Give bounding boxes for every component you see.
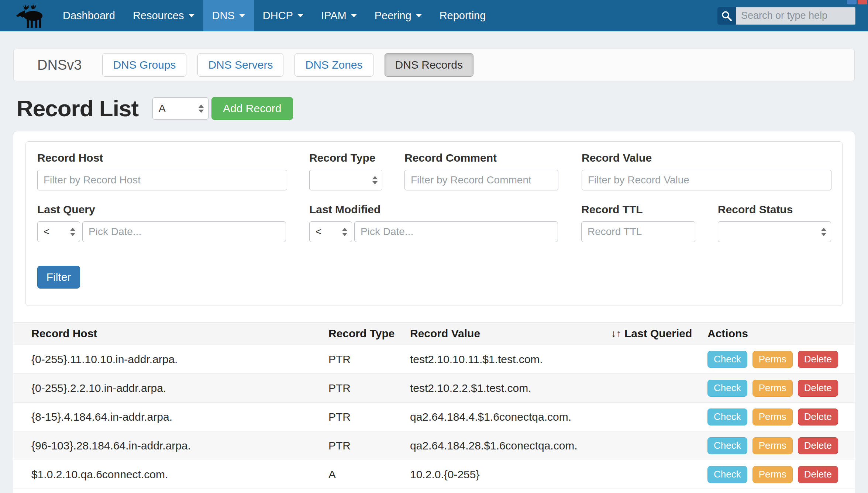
caret-down-icon [239,14,245,17]
record-type-label: Record Type [309,151,382,165]
filter-button[interactable]: Filter [37,266,80,289]
nav-item-peering[interactable]: Peering [366,0,431,31]
nav-item-dns[interactable]: DNS [203,0,254,31]
record-comment-label: Record Comment [404,151,558,165]
delete-button[interactable]: Delete [798,466,838,483]
tab-dns-groups[interactable]: DNS Groups [102,53,186,77]
nav-item-label: Dashboard [63,10,115,22]
nav-items: DashboardResourcesDNSDHCPIPAMPeeringRepo… [54,0,495,31]
select-stepper-icon [199,104,204,113]
perms-button[interactable]: Perms [752,380,793,397]
select-stepper-icon [372,176,378,185]
search-input[interactable] [736,7,855,25]
nav-item-label: Reporting [440,10,486,22]
record-list-header: Record List A Add Record [17,97,868,120]
record-type-select-value: A [159,103,166,114]
cell-record-type: PTR [328,353,410,366]
cell-record-host: {8-15}.4.184.64.in-addr.arpa. [13,411,328,423]
select-stepper-icon [342,228,347,236]
record-ttl-label: Record TTL [581,203,695,216]
cell-actions: CheckPermsDelete [707,466,855,483]
search-group [717,7,855,25]
check-button[interactable]: Check [707,466,747,483]
last-modified-operator-value: < [316,226,321,238]
tab-dns-zones[interactable]: DNS Zones [294,53,373,77]
cell-actions: CheckPermsDelete [707,408,855,425]
record-ttl-input[interactable] [581,221,695,242]
cell-record-host: {0-255}.11.10.10.in-addr.arpa. [13,353,328,366]
select-stepper-icon [70,228,75,236]
last-query-operator-select[interactable]: < [37,221,80,242]
table-row: {0-255}.2.2.10.in-addr.arpa.PTRtest2.10.… [13,374,855,403]
perms-button[interactable]: Perms [752,466,793,483]
caret-down-icon [297,14,303,17]
perms-button[interactable]: Perms [752,408,793,425]
cell-actions: CheckPermsDelete [707,380,855,397]
nav-item-label: IPAM [321,10,347,22]
cell-record-value: test2.10.2.2.$1.test.com. [410,382,611,394]
moose-logo-icon[interactable] [14,4,49,28]
last-query-operator-value: < [44,226,49,238]
tab-dns-servers[interactable]: DNS Servers [197,53,283,77]
table-row: {8-15}.4.184.64.in-addr.arpa.PTRqa2.64.1… [13,403,855,431]
check-button[interactable]: Check [707,408,747,425]
nav-item-reporting[interactable]: Reporting [431,0,495,31]
col-header-actions: Actions [707,327,855,340]
last-modified-label: Last Modified [309,203,558,216]
record-type-filter-select[interactable] [309,170,382,190]
record-host-filter-input[interactable] [37,170,287,190]
check-button[interactable]: Check [707,351,747,368]
records-card: Record Host Record Type Record Comment R… [13,131,855,493]
nav-item-resources[interactable]: Resources [124,0,203,31]
nav-item-label: Peering [375,10,411,22]
records-table: Record Host Record Type Record Value ↓↑ … [13,322,855,489]
table-header-row: Record Host Record Type Record Value ↓↑ … [13,322,855,345]
delete-button[interactable]: Delete [798,351,838,368]
cell-record-value: qa2.64.184.4.$1.6conectqa.com. [410,411,611,423]
add-record-button[interactable]: Add Record [211,97,293,120]
col-header-record-host: Record Host [13,327,328,340]
table-row: {0-255}.11.10.10.in-addr.arpa.PTRtest2.1… [13,345,855,374]
last-query-date-input[interactable] [82,221,286,242]
filter-panel: Record Host Record Type Record Comment R… [25,141,843,306]
delete-button[interactable]: Delete [798,408,838,425]
check-button[interactable]: Check [707,437,747,454]
select-stepper-icon [821,228,826,236]
table-row: {96-103}.28.184.64.in-addr.arpa.PTRqa2.6… [13,431,855,460]
last-query-label: Last Query [37,203,286,216]
nav-item-ipam[interactable]: IPAM [312,0,366,31]
page-title: Record List [17,97,138,120]
last-modified-operator-select[interactable]: < [309,221,352,242]
col-header-record-type: Record Type [328,327,410,340]
dns-subnav: DNSv3 DNS GroupsDNS ServersDNS ZonesDNS … [13,49,855,81]
nav-item-dashboard[interactable]: Dashboard [54,0,124,31]
caret-down-icon [189,14,194,17]
col-header-record-value: Record Value [410,327,611,340]
record-value-filter-input[interactable] [582,170,831,190]
search-icon[interactable] [717,7,736,25]
cell-record-value: qa2.64.184.28.$1.6conectqa.com. [410,439,611,452]
record-status-select[interactable] [718,221,831,242]
record-host-label: Record Host [37,151,287,165]
delete-button[interactable]: Delete [798,380,838,397]
cell-record-type: A [328,468,410,481]
perms-button[interactable]: Perms [752,437,793,454]
last-modified-date-input[interactable] [354,221,558,242]
caret-down-icon [416,14,422,17]
record-type-select[interactable]: A [152,97,209,120]
nav-item-dhcp[interactable]: DHCP [254,0,312,31]
check-button[interactable]: Check [707,380,747,397]
col-header-last-queried[interactable]: ↓↑ Last Queried [611,327,707,340]
record-comment-filter-input[interactable] [404,170,558,190]
tab-dns-records[interactable]: DNS Records [385,53,473,77]
table-body: {0-255}.11.10.10.in-addr.arpa.PTRtest2.1… [13,345,855,489]
sort-icon[interactable]: ↓↑ [611,328,621,339]
cell-actions: CheckPermsDelete [707,437,855,454]
perms-button[interactable]: Perms [752,351,793,368]
delete-button[interactable]: Delete [798,437,838,454]
cell-record-value: 10.2.0.{0-255} [410,468,611,481]
top-navbar: DashboardResourcesDNSDHCPIPAMPeeringRepo… [0,0,868,31]
cell-record-type: PTR [328,439,410,452]
last-queried-header-label: Last Queried [624,327,692,340]
table-row: $1.0.2.10.qa.6connect.com.A10.2.0.{0-255… [13,460,855,489]
